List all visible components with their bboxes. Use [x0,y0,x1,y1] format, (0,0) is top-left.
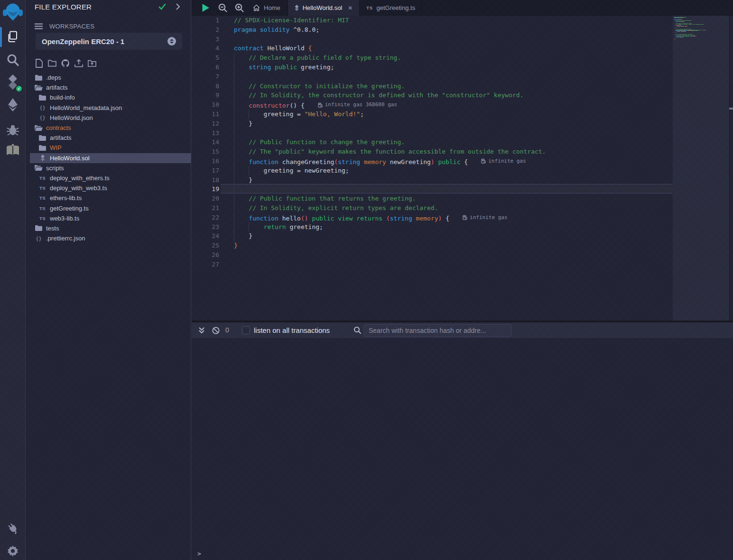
line-number: 8 [192,82,219,91]
tree-item-label: .prettierrc.json [46,235,85,242]
line-number: 13 [192,129,219,138]
tree-item--deps[interactable]: .deps [26,73,191,83]
json-icon: {} [38,114,46,121]
solidity-icon [295,5,299,11]
zoom-out-icon[interactable] [214,0,231,16]
tree-item-helloworld-json[interactable]: {}HelloWorld.json [26,113,191,123]
tree-item-label: tests [46,225,59,232]
line-number: 6 [192,63,219,72]
listen-checkbox[interactable] [242,326,250,334]
line-number: 14 [192,138,219,147]
tab-home[interactable]: Home [246,0,288,16]
deploy-run-icon[interactable] [0,98,26,112]
tree-item-contracts[interactable]: contracts [26,123,191,133]
minimap[interactable] [673,16,729,321]
code-line-9: // In Solidity, the constructor is defin… [234,91,524,100]
tree-item-scripts[interactable]: scripts [26,163,191,173]
ts-icon: TS [38,174,46,182]
tree-item-build-info[interactable]: build-info [26,92,191,102]
tree-item-artifacts[interactable]: artifacts [26,83,191,92]
current-line-highlight [221,184,673,193]
chevron-right-icon[interactable] [176,3,180,12]
tree-item-tests[interactable]: tests [26,223,191,233]
tab-getgreeting-ts[interactable]: TSgetGreeting.ts [360,0,422,16]
search-icon[interactable] [0,53,26,67]
json-icon: {} [38,104,46,111]
tree-item-artifacts[interactable]: artifacts [26,133,191,143]
code-line-20: // Public function that returns the gree… [234,194,416,203]
main-area: HomeHelloWorld.sol✕TSgetGreeting.ts 1234… [192,0,733,560]
tree-item-label: deploy_with_ethers.ts [50,174,110,182]
workspaces-row: WORKSPACES [35,21,94,31]
new-file-icon[interactable] [35,57,43,69]
line-number: 4 [192,44,219,53]
debugger-icon[interactable] [0,123,26,137]
tree-item--prettierrc-json[interactable]: {}.prettierrc.json [26,233,191,243]
gas-estimate-hint: infinite gas [481,156,526,166]
code-line-18: } [234,175,252,185]
workspace-toggle-icon[interactable] [167,37,176,46]
tab-helloworld-sol[interactable]: HelloWorld.sol✕ [288,0,360,16]
line-number: 10 [192,100,219,110]
folder-icon [38,144,46,151]
code-editor[interactable]: 1234567891011121314151617181920212223242… [192,16,733,321]
tree-item-ethers-lib-ts[interactable]: TSethers-lib.ts [26,193,191,203]
compiler-success-badge: ✓ [15,85,23,92]
line-number: 26 [192,250,219,260]
line-number: 11 [192,110,219,119]
settings-gear-icon[interactable] [0,545,26,557]
line-number: 25 [192,241,219,250]
line-number: 18 [192,175,219,185]
editor-scrollbar[interactable] [729,16,733,321]
line-number: 9 [192,91,219,100]
terminal-output[interactable]: > [192,338,733,560]
check-icon[interactable] [158,3,166,12]
tree-item-deploy-with-web3-ts[interactable]: TSdeploy_with_web3.ts [26,183,191,193]
ts-icon: TS [366,5,372,10]
code-line-24: } [234,231,252,241]
remix-logo[interactable] [0,2,26,24]
expand-terminal-icon[interactable] [198,322,205,338]
upload-folder-icon[interactable] [88,57,96,69]
line-number: 17 [192,166,219,175]
folder-icon [35,225,43,232]
terminal-search-input[interactable] [364,324,511,337]
code-line-15: // The "public" keyword makes the functi… [234,147,546,156]
gas-estimate-hint: infinite gas 368600 gas [318,100,397,110]
tree-item-web3-lib-ts[interactable]: TSweb3-lib.ts [26,213,191,223]
tree-item-label: deploy_with_web3.ts [50,184,107,192]
tree-item-deploy-with-ethers-ts[interactable]: TSdeploy_with_ethers.ts [26,173,191,183]
run-script-button[interactable] [197,0,213,16]
tree-item-label: getGreeting.ts [50,205,89,212]
tree-item-wip[interactable]: WIP [26,143,191,153]
tree-item-helloworld-sol[interactable]: HelloWorld.sol [26,153,191,163]
code-line-25: } [234,241,238,250]
learneth-icon[interactable] [0,144,26,157]
code-line-2: pragma solidity ^0.8.0; [234,25,319,35]
new-folder-icon[interactable] [48,57,56,69]
transaction-count: 0 [225,322,229,338]
tree-item-label: artifacts [50,134,72,141]
terminal-prompt: > [197,550,201,557]
publish-to-gist-icon[interactable] [61,57,70,69]
line-number: 12 [192,119,219,129]
workspaces-menu-icon[interactable] [35,23,43,29]
line-number: 22 [192,213,219,222]
tree-item-helloworld-metadata-json[interactable]: {}HelloWorld_metadata.json [26,103,191,113]
file-explorer-panel: FILE EXPLORER WORKSPACES OpenZeppelin ER… [26,0,191,560]
workspace-name: OpenZeppelin ERC20 - 1 [42,37,124,46]
tree-item-getgreeting-ts[interactable]: TSgetGreeting.ts [26,203,191,213]
workspace-selector[interactable]: OpenZeppelin ERC20 - 1 [36,33,182,50]
terminal-toolbar: 0 listen on all transactions [192,322,733,338]
zoom-in-icon[interactable] [231,0,247,16]
tree-item-label: HelloWorld.json [50,114,93,121]
close-tab-icon[interactable]: ✕ [348,5,353,11]
file-explorer-icon[interactable] [0,29,26,45]
upload-file-icon[interactable] [74,57,83,69]
folder-open-icon [35,165,43,172]
tab-label: HelloWorld.sol [303,4,343,11]
clear-console-icon[interactable] [212,322,220,338]
line-number: 3 [192,35,219,44]
tab-label: Home [264,4,280,11]
plugin-manager-icon[interactable] [0,522,26,535]
